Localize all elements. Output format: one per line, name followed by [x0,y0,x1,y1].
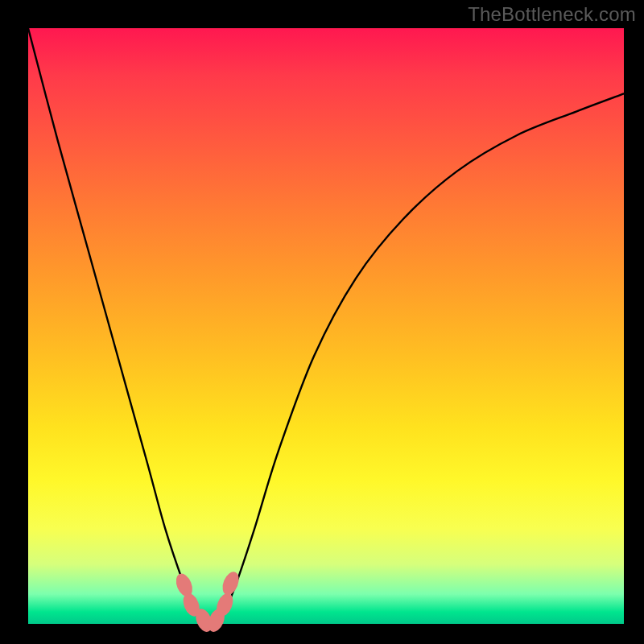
chart-frame: TheBottleneck.com [0,0,644,644]
curve-path [28,28,624,624]
highlight-bead [220,569,242,597]
bottleneck-curve [0,0,644,644]
